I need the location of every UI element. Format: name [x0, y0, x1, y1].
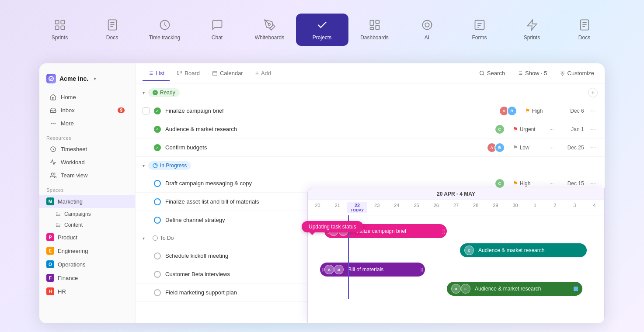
- space-label-finance: Finance: [58, 275, 78, 281]
- in-progress-icon: [153, 163, 158, 168]
- group-header-in-progress[interactable]: ▾ In Progress: [136, 157, 605, 174]
- nav-item-dashboards[interactable]: Dashboards: [348, 14, 401, 46]
- group-header-ready[interactable]: ▾ Ready +: [136, 83, 605, 102]
- gantt-avatar: E: [461, 284, 470, 294]
- gantt-bar-materials[interactable]: ⣿ A B Bill of materials ⣿: [320, 263, 425, 277]
- workload-icon: [50, 159, 56, 166]
- nav-item-docs[interactable]: Docs: [86, 14, 139, 46]
- gantt-col-28: 28: [466, 202, 486, 213]
- task-name: Audience & market research: [165, 126, 490, 132]
- gantt-bar-audience2[interactable]: D E Audience & market research ·: [447, 282, 582, 296]
- space-icon-hr: H: [46, 287, 54, 295]
- search-button[interactable]: Search: [476, 68, 508, 78]
- priority-dots[interactable]: ···: [548, 144, 556, 152]
- nav-item-docs2[interactable]: Docs: [558, 14, 611, 46]
- svg-rect-24: [580, 20, 588, 30]
- task-checkbox[interactable]: [143, 107, 150, 114]
- sidebar-item-inbox[interactable]: Inbox 9: [43, 104, 132, 117]
- customize-label: Customize: [567, 70, 594, 76]
- tab-board[interactable]: Board: [171, 66, 205, 81]
- gantt-col-26: 26: [426, 202, 446, 213]
- priority-flag: ⚑: [525, 107, 530, 114]
- workspace-switcher[interactable]: Acme Inc. ▾: [39, 70, 135, 90]
- tab-calendar[interactable]: Calendar: [207, 66, 248, 81]
- chevron-todo[interactable]: ▾: [143, 236, 145, 241]
- gantt-col-3: 3: [565, 202, 585, 213]
- sidebar-item-workload[interactable]: Workload: [43, 156, 132, 169]
- space-item-marketing[interactable]: M Marketing: [39, 195, 135, 208]
- table-row[interactable]: ✓ Finalize campaign brief A B ⚑ High Dec…: [136, 102, 605, 120]
- nav-item-chat[interactable]: Chat: [191, 14, 244, 46]
- priority-dots[interactable]: ···: [548, 180, 556, 187]
- sidebar-item-more[interactable]: More: [43, 117, 132, 130]
- doc-icon: [106, 19, 118, 31]
- priority-dots[interactable]: ···: [548, 125, 556, 133]
- nav-item-projects[interactable]: Projects: [296, 14, 348, 46]
- main-area: Acme Inc. ▾ Home Inbox 9 More Resources …: [39, 63, 605, 323]
- sidebar-label-more: More: [61, 120, 74, 127]
- gantt-col-21: 21: [327, 202, 347, 213]
- gantt-bar-audience[interactable]: C Audience & market research: [460, 243, 587, 257]
- gantt-date-range: 20 APR - 4 MAY: [437, 191, 475, 197]
- svg-point-54: [561, 73, 563, 74]
- spaces-label: Spaces: [39, 182, 135, 194]
- svg-rect-13: [370, 27, 373, 29]
- task-more-button[interactable]: ···: [588, 107, 598, 115]
- space-item-finance[interactable]: F Finance: [39, 271, 135, 284]
- sidebar-item-team-view[interactable]: Team view: [43, 169, 132, 182]
- nav-item-time-tracking[interactable]: Time tracking: [139, 14, 191, 46]
- svg-point-31: [51, 123, 52, 124]
- sidebar-item-home[interactable]: Home: [43, 91, 132, 104]
- task-date: Dec 15: [560, 180, 584, 187]
- space-label-operations: Operations: [58, 261, 86, 268]
- svg-rect-10: [370, 20, 373, 25]
- resources-label: Resources: [39, 130, 135, 142]
- table-row[interactable]: ✓ Confirm budgets A B ⚑ Low ··· Dec 25 ·…: [136, 138, 605, 157]
- task-more-button[interactable]: ···: [588, 125, 598, 133]
- ai-icon: [421, 19, 433, 31]
- space-item-hr[interactable]: H HR: [39, 285, 135, 298]
- drag-handle-left: ⣿: [322, 267, 325, 272]
- space-label-engineering: Engineering: [58, 248, 88, 254]
- nav-label-forms: Forms: [472, 35, 487, 41]
- sidebar-item-timesheet[interactable]: Timesheet: [43, 143, 132, 156]
- top-navigation: Sprints Docs Time tracking Chat Whiteboa…: [0, 0, 644, 59]
- space-icon-engineering: E: [46, 247, 54, 255]
- tooltip-arrow: [310, 232, 315, 235]
- add-task-ready[interactable]: +: [588, 88, 598, 97]
- sub-item-campaigns[interactable]: 🗂 Campaigns: [39, 208, 135, 219]
- tab-list[interactable]: List: [143, 66, 170, 81]
- chevron-ready[interactable]: ▾: [143, 90, 145, 95]
- nav-label-sprints2: Sprints: [524, 35, 540, 41]
- svg-point-29: [53, 123, 53, 124]
- search-label: Search: [487, 70, 505, 76]
- customize-button[interactable]: Customize: [556, 68, 598, 78]
- gantt-col-25: 25: [407, 202, 426, 213]
- space-item-product[interactable]: P Product: [39, 231, 135, 244]
- board-icon: [177, 70, 182, 76]
- tab-add[interactable]: + Add: [250, 66, 276, 81]
- svg-rect-3: [61, 26, 64, 29]
- space-item-operations[interactable]: O Operations: [39, 258, 135, 271]
- nav-item-sprints2[interactable]: Sprints: [506, 14, 558, 46]
- nav-item-forms[interactable]: Forms: [453, 14, 506, 46]
- nav-item-ai[interactable]: AI: [401, 14, 453, 46]
- gantt-col-29: 29: [486, 202, 505, 213]
- gantt-bar-label: Audience & market research: [478, 247, 544, 253]
- workspace-chevron: ▾: [94, 76, 96, 82]
- space-icon-finance: F: [46, 274, 54, 282]
- table-row[interactable]: ✓ Audience & market research C ⚑ Urgent …: [136, 120, 605, 138]
- space-item-engineering[interactable]: E Engineering: [39, 244, 135, 257]
- gantt-dot: ·: [574, 287, 578, 291]
- svg-point-33: [51, 173, 53, 175]
- task-status-done: ✓: [154, 126, 161, 133]
- group-label-todo: To Do: [160, 235, 174, 241]
- nav-item-whiteboards[interactable]: Whiteboards: [244, 14, 296, 46]
- task-more-button[interactable]: ···: [588, 144, 598, 152]
- show-button[interactable]: Show · 5: [514, 68, 551, 78]
- task-more-button[interactable]: ···: [588, 180, 598, 187]
- chevron-in-progress[interactable]: ▾: [143, 163, 145, 168]
- sub-item-content[interactable]: 🗂 Content: [39, 219, 135, 230]
- nav-item-sprints-left[interactable]: Sprints: [34, 14, 86, 46]
- svg-point-15: [425, 23, 429, 27]
